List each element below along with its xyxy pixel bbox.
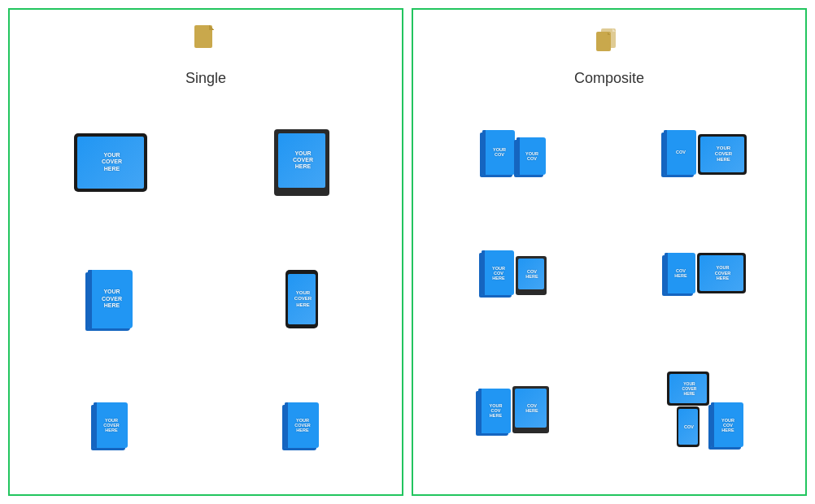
comp2-book: COV bbox=[664, 130, 696, 175]
book-small-device: YOURCOVERHERE bbox=[94, 402, 128, 448]
composite-cell-5: YOURCOVHERE COVHERE bbox=[421, 337, 606, 482]
single-grid: YOURCOVERHERE YOURCOVERHERE YOURCOVERHER… bbox=[18, 95, 394, 482]
composite-cell-6: YOURCOVERHERE COV YOURCOVHERE bbox=[612, 337, 797, 482]
single-book-small-cell: YOURCOVERHERE bbox=[18, 369, 203, 482]
kindle-screen: YOURCOVERHERE bbox=[278, 133, 325, 188]
comp3-book: YOURCOVHERE bbox=[482, 250, 514, 295]
composite-cell-1: YOURCOV YOURCOV bbox=[421, 95, 606, 210]
composite-grid: YOURCOV YOURCOV COV YOURCOVERHERE bbox=[421, 95, 797, 482]
kindle-cover-text: YOURCOVERHERE bbox=[290, 150, 313, 171]
single-phone-cell: YOURCOVERHERE bbox=[209, 236, 394, 362]
comp3-kindle-text: COVHERE bbox=[523, 269, 538, 279]
book-small2-cover-text: YOURCOVERHERE bbox=[292, 418, 311, 432]
tablet-screen: YOURCOVERHERE bbox=[77, 137, 144, 189]
composite-group-3: YOURCOVHERE COVHERE bbox=[482, 250, 547, 295]
tablet-cover-text: YOURCOVERHERE bbox=[98, 152, 122, 172]
comp4-tablet-screen: YOURCOVERHERE bbox=[700, 255, 743, 291]
single-kindle-cell: YOURCOVERHERE bbox=[209, 95, 394, 229]
book-mockup: YOURCOVERHERE bbox=[88, 270, 133, 328]
composite-group-6: YOURCOVERHERE COV YOURCOVHERE bbox=[667, 371, 743, 447]
comp3-kindle-screen: COVHERE bbox=[518, 259, 544, 289]
single-book-cell: YOURCOVERHERE bbox=[18, 236, 203, 362]
comp6-book-text: YOURCOVHERE bbox=[719, 418, 734, 432]
comp6-tablet-text: YOURCOVERHERE bbox=[679, 381, 697, 396]
single-book-small2-cell: YOURCOVERHERE bbox=[209, 369, 394, 482]
comp5-book-text: YOURCOVHERE bbox=[487, 403, 503, 418]
comp5-kindle-text: COVHERE bbox=[523, 403, 538, 413]
book-cover-text: YOURCOVERHERE bbox=[98, 289, 122, 309]
composite-panel-title: Composite bbox=[574, 70, 644, 87]
composite-group-4: COVHERE YOURCOVERHERE bbox=[665, 253, 746, 293]
single-panel[interactable]: Single YOURCOVERHERE YOURCOVERHERE bbox=[8, 8, 403, 496]
comp6-phone: COV bbox=[677, 406, 700, 447]
comp4-tablet: YOURCOVERHERE bbox=[697, 253, 746, 293]
phone-device: YOURCOVERHERE bbox=[285, 270, 318, 328]
book-small-mockup: YOURCOVERHERE bbox=[94, 402, 128, 448]
composite-panel-header: Composite bbox=[574, 22, 644, 87]
book-small2-device: YOURCOVERHERE bbox=[285, 402, 319, 448]
composite-files-icon bbox=[591, 22, 627, 65]
composite-group-1: YOURCOV YOURCOV bbox=[482, 130, 546, 175]
composite-cell-3: YOURCOVHERE COVHERE bbox=[421, 216, 606, 331]
composite-cell-4: COVHERE YOURCOVERHERE bbox=[612, 216, 797, 331]
comp2-tablet-screen: YOURCOVERHERE bbox=[700, 137, 744, 172]
phone-mockup: YOURCOVERHERE bbox=[285, 270, 318, 328]
comp1-book: YOURCOV bbox=[482, 130, 515, 175]
book-small2-mockup: YOURCOVERHERE bbox=[285, 402, 319, 448]
comp6-book: YOURCOVHERE bbox=[711, 402, 743, 447]
comp4-book1-text: COVHERE bbox=[672, 268, 686, 278]
single-panel-header: Single bbox=[185, 22, 226, 87]
tablet-mockup: YOURCOVERHERE bbox=[74, 133, 147, 192]
comp5-kindle-screen: COVHERE bbox=[515, 389, 547, 428]
comp6-tablet-screen: YOURCOVERHERE bbox=[669, 374, 707, 403]
composite-group-5: YOURCOVHERE COVHERE bbox=[478, 386, 549, 433]
composite-cell-2: COV YOURCOVERHERE bbox=[612, 95, 797, 210]
kindle-mockup: YOURCOVERHERE bbox=[274, 129, 329, 196]
comp6-tablet: YOURCOVERHERE bbox=[667, 371, 709, 406]
comp2-tablet-text: YOURCOVERHERE bbox=[712, 146, 732, 163]
single-file-icon bbox=[188, 22, 224, 65]
phone-cover-text: YOURCOVERHERE bbox=[291, 290, 312, 308]
phone-screen: YOURCOVERHERE bbox=[288, 274, 316, 324]
comp3-book-text: YOURCOVHERE bbox=[490, 266, 505, 280]
comp1-book-text: YOURCOV bbox=[490, 147, 506, 157]
comp3-kindle: COVHERE bbox=[516, 256, 547, 295]
comp2-book-text: COV bbox=[673, 150, 686, 154]
single-panel-title: Single bbox=[185, 70, 226, 87]
book-device: YOURCOVERHERE bbox=[88, 270, 133, 328]
comp6-phone-text: COV bbox=[682, 424, 694, 429]
book-small-cover-text: YOURCOVERHERE bbox=[101, 418, 120, 432]
comp5-book: YOURCOVHERE bbox=[478, 389, 511, 433]
single-tablet-cell: YOURCOVERHERE bbox=[18, 95, 203, 229]
comp6-phone-screen: COV bbox=[678, 409, 698, 445]
kindle-device: YOURCOVERHERE bbox=[274, 129, 329, 196]
comp4-book1: COVHERE bbox=[665, 253, 695, 293]
comp4-tablet-text: YOURCOVERHERE bbox=[712, 265, 731, 281]
composite-panel[interactable]: Composite YOURCOV YOURCOV COV bbox=[412, 8, 807, 496]
composite-group-2: COV YOURCOVERHERE bbox=[664, 130, 747, 175]
comp1-book2-text: YOURCOV bbox=[523, 151, 538, 161]
tablet-device: YOURCOVERHERE bbox=[74, 133, 147, 192]
comp2-tablet: YOURCOVERHERE bbox=[698, 134, 747, 175]
comp1-book2: YOURCOV bbox=[516, 137, 546, 175]
comp5-kindle: COVHERE bbox=[512, 386, 549, 433]
